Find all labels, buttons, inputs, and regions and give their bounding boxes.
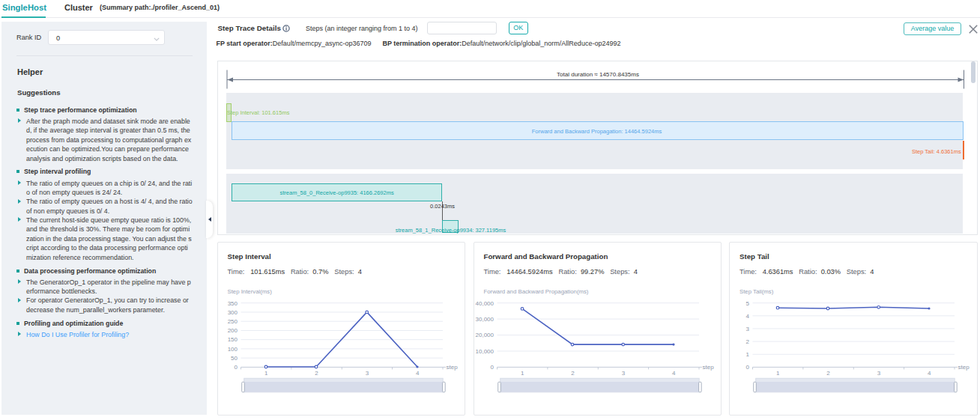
svg-text:1: 1 (746, 351, 750, 358)
svg-text:step: step (958, 364, 970, 371)
svg-text:30,000: 30,000 (475, 316, 494, 323)
svg-text:3: 3 (877, 370, 881, 377)
svg-text:1: 1 (520, 370, 524, 377)
svg-text:0: 0 (746, 364, 750, 371)
svg-text:40,000: 40,000 (475, 300, 494, 307)
svg-text:250: 250 (227, 318, 238, 325)
svg-text:3: 3 (746, 326, 750, 332)
svg-text:10,000: 10,000 (475, 348, 494, 355)
svg-text:0: 0 (490, 364, 494, 371)
svg-text:step: step (702, 364, 714, 371)
svg-text:2: 2 (315, 370, 318, 377)
svg-text:1: 1 (264, 370, 267, 377)
svg-text:4: 4 (746, 313, 750, 320)
svg-text:0: 0 (234, 364, 238, 371)
svg-text:4: 4 (416, 370, 420, 377)
svg-text:step: step (446, 364, 458, 371)
svg-text:300: 300 (227, 309, 238, 316)
svg-text:20,000: 20,000 (475, 332, 494, 338)
svg-text:2: 2 (826, 370, 830, 377)
svg-text:150: 150 (227, 336, 238, 343)
svg-text:350: 350 (227, 300, 238, 307)
svg-text:3: 3 (365, 370, 369, 377)
svg-text:1: 1 (776, 370, 780, 377)
svg-text:4: 4 (672, 370, 676, 377)
svg-text:5: 5 (746, 300, 750, 307)
svg-text:2: 2 (571, 370, 575, 377)
svg-text:50: 50 (231, 355, 238, 362)
svg-text:200: 200 (227, 327, 238, 334)
svg-text:2: 2 (746, 338, 750, 345)
svg-text:3: 3 (621, 370, 625, 377)
svg-text:100: 100 (227, 346, 238, 353)
svg-text:4: 4 (928, 370, 931, 377)
svg-text:Total duration ≈ 14570.8435ms: Total duration ≈ 14570.8435ms (557, 71, 639, 78)
